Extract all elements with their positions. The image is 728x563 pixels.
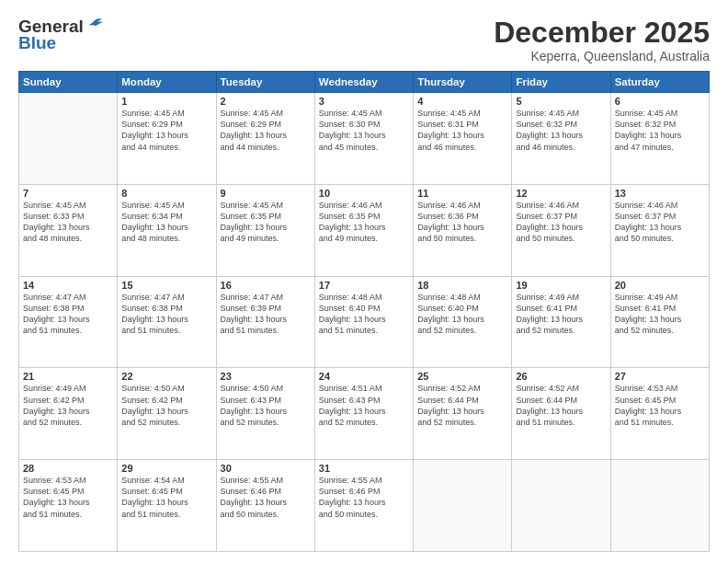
day-info: Sunrise: 4:50 AMSunset: 6:43 PMDaylight:… [221,383,311,428]
day-info: Sunrise: 4:45 AMSunset: 6:32 PMDaylight:… [516,108,606,153]
logo-bird-icon [85,17,104,32]
day-info: Sunrise: 4:50 AMSunset: 6:42 PMDaylight:… [121,383,211,428]
calendar-week-row: 28Sunrise: 4:53 AMSunset: 6:45 PMDayligh… [19,460,710,552]
day-info: Sunrise: 4:45 AMSunset: 6:30 PMDaylight:… [319,108,409,153]
day-info: Sunrise: 4:49 AMSunset: 6:42 PMDaylight:… [23,383,113,428]
table-row: 29Sunrise: 4:54 AMSunset: 6:45 PMDayligh… [118,460,216,552]
day-number: 22 [121,371,211,382]
day-info: Sunrise: 4:53 AMSunset: 6:45 PMDaylight:… [615,383,705,428]
table-row: 20Sunrise: 4:49 AMSunset: 6:41 PMDayligh… [610,276,709,368]
day-number: 4 [417,96,507,107]
day-number: 15 [121,280,211,291]
day-number: 25 [417,371,507,382]
day-number: 20 [615,280,705,291]
day-number: 16 [221,280,311,291]
day-number: 5 [516,96,606,107]
table-row: 9Sunrise: 4:45 AMSunset: 6:35 PMDaylight… [216,184,314,276]
day-number: 26 [516,371,606,382]
day-number: 23 [221,371,311,382]
table-row: 24Sunrise: 4:51 AMSunset: 6:43 PMDayligh… [314,368,413,460]
day-info: Sunrise: 4:52 AMSunset: 6:44 PMDaylight:… [417,383,507,428]
table-row: 1Sunrise: 4:45 AMSunset: 6:29 PMDaylight… [118,93,216,185]
day-info: Sunrise: 4:48 AMSunset: 6:40 PMDaylight:… [319,292,409,337]
table-row: 27Sunrise: 4:53 AMSunset: 6:45 PMDayligh… [610,368,709,460]
day-info: Sunrise: 4:46 AMSunset: 6:37 PMDaylight:… [615,200,705,245]
col-sunday: Sunday [19,72,118,93]
day-info: Sunrise: 4:46 AMSunset: 6:37 PMDaylight:… [516,200,606,245]
day-info: Sunrise: 4:49 AMSunset: 6:41 PMDaylight:… [516,292,606,337]
day-info: Sunrise: 4:45 AMSunset: 6:31 PMDaylight:… [417,108,507,153]
col-friday: Friday [512,72,610,93]
calendar-week-row: 21Sunrise: 4:49 AMSunset: 6:42 PMDayligh… [19,368,710,460]
table-row: 10Sunrise: 4:46 AMSunset: 6:35 PMDayligh… [314,184,413,276]
table-row: 26Sunrise: 4:52 AMSunset: 6:44 PMDayligh… [512,368,610,460]
table-row: 7Sunrise: 4:45 AMSunset: 6:33 PMDaylight… [19,184,118,276]
table-row: 8Sunrise: 4:45 AMSunset: 6:34 PMDaylight… [118,184,216,276]
table-row [610,460,709,552]
day-info: Sunrise: 4:45 AMSunset: 6:32 PMDaylight:… [615,108,705,153]
col-thursday: Thursday [414,72,512,93]
day-info: Sunrise: 4:47 AMSunset: 6:38 PMDaylight:… [121,292,211,337]
day-info: Sunrise: 4:45 AMSunset: 6:29 PMDaylight:… [221,108,311,153]
col-monday: Monday [118,72,216,93]
logo: General Blue [18,17,104,53]
day-info: Sunrise: 4:45 AMSunset: 6:35 PMDaylight:… [221,200,311,245]
day-number: 27 [615,371,705,382]
page: General Blue December 2025 Keperra, Quee… [0,0,728,563]
day-info: Sunrise: 4:52 AMSunset: 6:44 PMDaylight:… [516,383,606,428]
day-number: 3 [319,96,409,107]
table-row: 11Sunrise: 4:46 AMSunset: 6:36 PMDayligh… [414,184,512,276]
day-info: Sunrise: 4:55 AMSunset: 6:46 PMDaylight:… [319,475,409,520]
month-title: December 2025 [494,17,710,49]
table-row: 12Sunrise: 4:46 AMSunset: 6:37 PMDayligh… [512,184,610,276]
day-info: Sunrise: 4:53 AMSunset: 6:45 PMDaylight:… [23,475,113,520]
day-info: Sunrise: 4:49 AMSunset: 6:41 PMDaylight:… [615,292,705,337]
table-row: 2Sunrise: 4:45 AMSunset: 6:29 PMDaylight… [216,93,314,185]
table-row: 30Sunrise: 4:55 AMSunset: 6:46 PMDayligh… [216,460,314,552]
day-info: Sunrise: 4:46 AMSunset: 6:36 PMDaylight:… [417,200,507,245]
day-number: 14 [23,280,113,291]
day-info: Sunrise: 4:47 AMSunset: 6:38 PMDaylight:… [23,292,113,337]
calendar-table: Sunday Monday Tuesday Wednesday Thursday… [18,71,710,552]
day-number: 30 [221,463,311,474]
table-row: 18Sunrise: 4:48 AMSunset: 6:40 PMDayligh… [414,276,512,368]
col-tuesday: Tuesday [216,72,314,93]
table-row: 13Sunrise: 4:46 AMSunset: 6:37 PMDayligh… [610,184,709,276]
table-row: 28Sunrise: 4:53 AMSunset: 6:45 PMDayligh… [19,460,118,552]
day-number: 1 [121,96,211,107]
day-info: Sunrise: 4:48 AMSunset: 6:40 PMDaylight:… [417,292,507,337]
table-row: 6Sunrise: 4:45 AMSunset: 6:32 PMDaylight… [610,93,709,185]
day-info: Sunrise: 4:45 AMSunset: 6:29 PMDaylight:… [121,108,211,153]
day-number: 9 [221,188,311,199]
day-number: 17 [319,280,409,291]
calendar-week-row: 1Sunrise: 4:45 AMSunset: 6:29 PMDaylight… [19,93,710,185]
day-info: Sunrise: 4:45 AMSunset: 6:34 PMDaylight:… [121,200,211,245]
table-row: 16Sunrise: 4:47 AMSunset: 6:39 PMDayligh… [216,276,314,368]
table-row: 5Sunrise: 4:45 AMSunset: 6:32 PMDaylight… [512,93,610,185]
table-row [414,460,512,552]
table-row: 14Sunrise: 4:47 AMSunset: 6:38 PMDayligh… [19,276,118,368]
logo-blue: Blue [18,33,56,53]
table-row: 21Sunrise: 4:49 AMSunset: 6:42 PMDayligh… [19,368,118,460]
day-info: Sunrise: 4:45 AMSunset: 6:33 PMDaylight:… [23,200,113,245]
col-saturday: Saturday [610,72,709,93]
table-row [19,93,118,185]
table-row: 31Sunrise: 4:55 AMSunset: 6:46 PMDayligh… [314,460,413,552]
header: General Blue December 2025 Keperra, Quee… [18,17,710,63]
day-number: 21 [23,371,113,382]
day-number: 11 [417,188,507,199]
day-number: 2 [221,96,311,107]
day-number: 13 [615,188,705,199]
day-number: 29 [121,463,211,474]
day-number: 7 [23,188,113,199]
title-area: December 2025 Keperra, Queensland, Austr… [494,17,710,63]
day-info: Sunrise: 4:47 AMSunset: 6:39 PMDaylight:… [221,292,311,337]
day-number: 6 [615,96,705,107]
day-number: 19 [516,280,606,291]
table-row: 25Sunrise: 4:52 AMSunset: 6:44 PMDayligh… [414,368,512,460]
day-number: 28 [23,463,113,474]
table-row: 23Sunrise: 4:50 AMSunset: 6:43 PMDayligh… [216,368,314,460]
calendar-header-row: Sunday Monday Tuesday Wednesday Thursday… [19,72,710,93]
day-number: 31 [319,463,409,474]
day-number: 10 [319,188,409,199]
